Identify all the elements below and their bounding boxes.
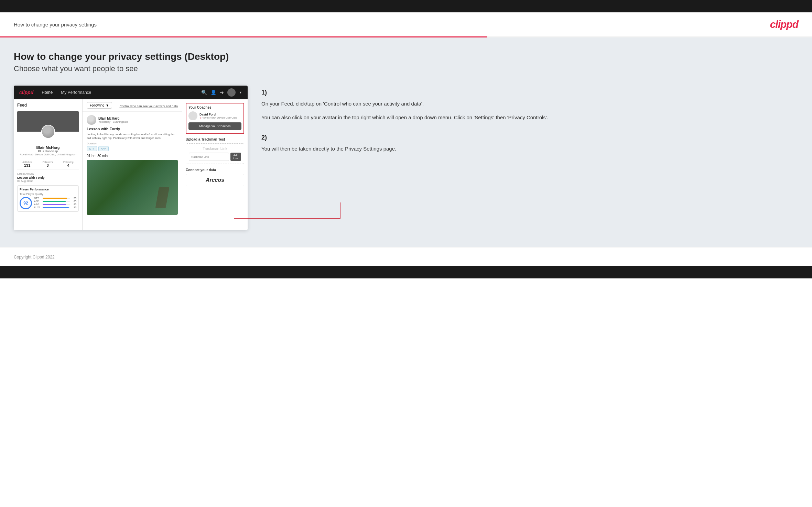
trackman-input[interactable] [189, 153, 229, 161]
profile-club: Royal North Devon Golf Club, United King… [17, 153, 79, 156]
activities-value: 131 [22, 163, 32, 167]
search-icon[interactable]: 🔍 [201, 90, 207, 95]
top-bar [0, 0, 812, 12]
person-icon[interactable]: 👤 [210, 90, 216, 95]
trackman-placeholder: Trackman Link [189, 146, 241, 151]
app-nav-right: 🔍 👤 ➔ ▼ [201, 88, 242, 97]
profile-banner [17, 111, 79, 132]
instruction-1-number: 1) [261, 89, 798, 96]
quality-circle: 92 [20, 197, 32, 209]
perf-row: 92 OTT 90 APP [20, 197, 76, 209]
coach-club: ● Royal North Devon Golf Club [199, 116, 237, 119]
coach-club-name: Royal North Devon Golf Club [202, 116, 237, 119]
annotation-line-horizontal [234, 218, 340, 219]
instruction-2: 2) You will then be taken directly to th… [261, 134, 798, 153]
coaches-section: Your Coaches David Ford ● Royal North De… [186, 103, 244, 134]
tag-ott: OTT [87, 146, 97, 151]
following-label: Following [63, 161, 74, 163]
nav-my-performance[interactable]: My Performance [61, 90, 91, 95]
post-tags: OTT APP [87, 146, 178, 151]
player-performance: Player Performance Total Player Quality … [17, 185, 79, 212]
clippd-logo: clippd [770, 19, 798, 30]
following-stat: Following 4 [63, 161, 74, 167]
feed-post: Blair McHarg Yesterday · Sunningdale Les… [83, 112, 182, 218]
app-sidebar: Feed Blair McHarg Plus Handicap Royal No… [14, 99, 83, 230]
instruction-1-text: On your Feed, click/tap on 'Control who … [261, 100, 798, 108]
latest-activity-name: Lesson with Fordy [17, 176, 79, 179]
nav-avatar-chevron: ▼ [239, 91, 242, 94]
app-feed: Following ▼ Control who can see your act… [83, 99, 182, 230]
app-body: Feed Blair McHarg Plus Handicap Royal No… [14, 99, 248, 230]
bar-putt: PUTT 96 [34, 206, 76, 209]
instruction-1: 1) On your Feed, click/tap on 'Control w… [261, 89, 798, 122]
activities-stat: Activities 131 [22, 161, 32, 167]
upload-trackman-section: Upload a Trackman Test Trackman Link Add… [186, 137, 244, 164]
control-privacy-link[interactable]: Control who can see your activity and da… [119, 104, 178, 108]
coach-avatar [188, 111, 197, 120]
following-value: 4 [63, 163, 74, 167]
profile-handicap: Plus Handicap [17, 150, 79, 153]
feed-tab[interactable]: Feed [17, 103, 79, 108]
header: How to change your privacy settings clip… [0, 12, 812, 36]
content-columns: clippd Home My Performance 🔍 👤 ➔ ▼ [14, 86, 798, 230]
bar-arg: ARG 86 [34, 203, 76, 206]
trackman-section: Trackman Link Add Link [186, 143, 244, 164]
nav-avatar[interactable] [227, 88, 236, 97]
instruction-2-number: 2) [261, 134, 798, 141]
control-link-wrapper: Control who can see your activity and da… [119, 102, 178, 109]
app-mockup-wrapper: clippd Home My Performance 🔍 👤 ➔ ▼ [14, 86, 248, 230]
footer: Copyright Clippd 2022 [0, 247, 812, 266]
breadcrumb: How to change your privacy settings [14, 22, 97, 27]
duration-label: Duration [87, 142, 178, 145]
quality-label: Total Player Quality [20, 192, 76, 196]
profile-stats: Activities 131 Followers 3 Following 4 [17, 159, 79, 169]
coaches-title: Your Coaches [188, 106, 241, 109]
trackman-input-row: Add Link [189, 153, 241, 161]
arccos-section: Arccos [186, 174, 244, 186]
post-title: Lesson with Fordy [87, 127, 178, 131]
add-circle-icon[interactable]: ➔ [220, 90, 224, 95]
upload-title: Upload a Trackman Test [186, 137, 244, 141]
app-logo: clippd [19, 90, 33, 95]
tag-app: APP [98, 146, 109, 151]
post-desc: Looking to feel like my hands are exitin… [87, 132, 178, 140]
following-button[interactable]: Following ▼ [87, 102, 112, 109]
coach-name: David Ford [199, 113, 237, 116]
followers-label: Followers [43, 161, 53, 163]
app-navbar: clippd Home My Performance 🔍 👤 ➔ ▼ [14, 86, 248, 99]
footer-copyright: Copyright Clippd 2022 [14, 255, 55, 260]
instructions-col: 1) On your Feed, click/tap on 'Control w… [261, 86, 798, 165]
connect-title: Connect your data [186, 168, 244, 172]
profile-avatar [41, 125, 55, 139]
activities-label: Activities [22, 161, 32, 163]
post-user-row: Blair McHarg Yesterday · Sunningdale [87, 115, 178, 125]
followers-stat: Followers 3 [43, 161, 53, 167]
followers-value: 3 [43, 163, 53, 167]
connect-data-section: Connect your data Arccos [186, 168, 244, 186]
main-content: How to change your privacy settings (Des… [0, 37, 812, 247]
latest-activity-date: 03 Aug 2022 [17, 179, 79, 183]
instruction-2-text: You will then be taken directly to the P… [261, 145, 798, 153]
annotation-line-vertical [340, 202, 340, 219]
add-link-button[interactable]: Add Link [230, 153, 241, 161]
latest-activity-label: Latest Activity [17, 172, 79, 175]
post-user-name: Blair McHarg [98, 117, 128, 120]
perf-title: Player Performance [20, 188, 76, 191]
duration-value: 01 hr : 30 min [87, 154, 178, 158]
app-right-sidebar: Your Coaches David Ford ● Royal North De… [182, 99, 248, 230]
bar-app: APP 85 [34, 200, 76, 202]
page-heading: How to change your privacy settings (Des… [14, 51, 798, 62]
arccos-brand: Arccos [189, 177, 241, 183]
perf-bars: OTT 90 APP 85 [34, 197, 76, 209]
bottom-bar [0, 266, 812, 278]
manage-coaches-button[interactable]: Manage Your Coaches [188, 122, 241, 130]
post-image [87, 160, 178, 215]
nav-home[interactable]: Home [42, 90, 53, 95]
page-subheading: Choose what you want people to see [14, 64, 798, 73]
app-mockup: clippd Home My Performance 🔍 👤 ➔ ▼ [14, 86, 248, 230]
profile-name: Blair McHarg [17, 145, 79, 150]
post-avatar [87, 115, 96, 125]
coach-item: David Ford ● Royal North Devon Golf Club [188, 111, 241, 120]
feed-header: Following ▼ Control who can see your act… [83, 99, 182, 112]
instruction-1-subtext: You can also click on your avatar in the… [261, 113, 798, 122]
